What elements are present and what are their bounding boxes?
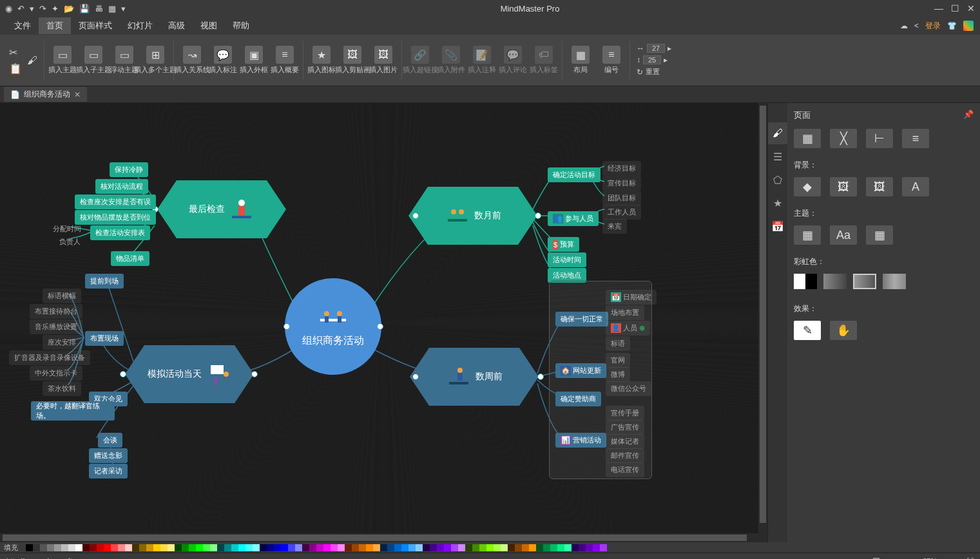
close-tab-icon[interactable]: ✕ bbox=[74, 90, 81, 99]
node-item[interactable]: 确定赞助商 bbox=[555, 392, 601, 406]
reset-icon[interactable]: ↻ bbox=[637, 68, 643, 77]
image-button[interactable]: 🖼插入图片 bbox=[368, 44, 399, 76]
menu-view[interactable]: 视图 bbox=[193, 17, 225, 34]
layout-button[interactable]: ▦布局 bbox=[565, 44, 596, 76]
node-item[interactable]: 👤 人员 ⊕ bbox=[606, 321, 650, 336]
node-item[interactable]: 活动时间 bbox=[548, 252, 586, 267]
panel-tab-outline[interactable]: ☰ bbox=[768, 146, 787, 167]
color-swatch[interactable] bbox=[366, 544, 373, 551]
color-swatch[interactable] bbox=[416, 544, 423, 551]
node-item[interactable]: 记者采访 bbox=[89, 464, 128, 478]
redo-icon[interactable]: ↷ bbox=[39, 4, 46, 14]
stepper-icon[interactable]: ▸ bbox=[664, 55, 668, 64]
cut-icon[interactable]: ✂ bbox=[9, 46, 22, 59]
color-swatch[interactable] bbox=[437, 544, 444, 551]
export-icon[interactable]: ▦ bbox=[108, 4, 116, 14]
color-swatch[interactable] bbox=[430, 544, 437, 551]
color-swatch[interactable] bbox=[274, 544, 281, 551]
color-swatch[interactable] bbox=[146, 544, 153, 551]
node-item[interactable]: 座次安排 bbox=[43, 335, 81, 350]
color-swatch[interactable] bbox=[359, 544, 366, 551]
color-swatch[interactable] bbox=[380, 544, 387, 551]
color-swatch[interactable] bbox=[536, 544, 543, 551]
numbering-button[interactable]: ≡编号 bbox=[596, 44, 627, 76]
layout-style-2[interactable]: ╳ bbox=[830, 129, 857, 148]
panel-tab-format[interactable]: 🖌 bbox=[768, 122, 787, 144]
copy-icon[interactable]: 📋 bbox=[9, 62, 22, 75]
color-swatch[interactable] bbox=[189, 544, 196, 551]
node-item[interactable]: 扩音器及录音录像设备 bbox=[9, 350, 90, 365]
multiple-topics-button[interactable]: ⊞插入多个主题 bbox=[140, 44, 171, 76]
bg-watermark[interactable]: A bbox=[902, 177, 929, 196]
format-painter-icon[interactable]: 🖌 bbox=[27, 55, 37, 66]
insert-topic-button[interactable]: ▭插入主题 bbox=[47, 44, 78, 76]
color-swatch[interactable] bbox=[104, 544, 111, 551]
collapse-dot[interactable] bbox=[377, 323, 383, 330]
color-swatch[interactable] bbox=[160, 544, 168, 551]
color-swatch[interactable] bbox=[494, 544, 501, 551]
insert-subtopic-button[interactable]: ▭插入子主题 bbox=[78, 44, 109, 76]
node-item[interactable]: 确保一切正常 bbox=[555, 312, 608, 327]
color-swatch[interactable] bbox=[47, 544, 54, 551]
topleft-main[interactable]: 最后检查 bbox=[157, 180, 286, 238]
node-item[interactable]: 微信公众号 bbox=[606, 381, 651, 396]
color-swatch[interactable] bbox=[543, 544, 550, 551]
height-input[interactable] bbox=[643, 55, 661, 64]
status-url[interactable]: http://www.edrawsoft.cn bbox=[6, 557, 81, 560]
color-swatch[interactable] bbox=[309, 544, 316, 551]
fit-page-icon[interactable]: ▾ bbox=[942, 556, 946, 559]
effect-pen[interactable]: ✎ bbox=[794, 321, 821, 340]
color-swatch[interactable] bbox=[522, 544, 529, 551]
node-item[interactable]: 邮件宣传 bbox=[606, 448, 644, 463]
node-item[interactable]: 检查座次安排是否有误 bbox=[75, 194, 156, 209]
relationship-button[interactable]: ↝插入关系线 bbox=[177, 44, 207, 76]
color-swatch[interactable] bbox=[210, 544, 217, 551]
node-item[interactable]: 提前到场 bbox=[85, 274, 124, 289]
botleft-main[interactable]: 模拟活动当天 bbox=[125, 345, 254, 403]
node-item[interactable]: 媒体记者 bbox=[606, 434, 644, 449]
color-swatch[interactable] bbox=[97, 544, 104, 551]
color-swatch[interactable] bbox=[550, 544, 557, 551]
color-swatch[interactable] bbox=[593, 544, 600, 551]
color-swatch[interactable] bbox=[515, 544, 522, 551]
color-swatch[interactable] bbox=[90, 544, 97, 551]
bg-color[interactable]: ◆ bbox=[794, 177, 821, 196]
color-swatch[interactable] bbox=[295, 544, 302, 551]
node-item[interactable]: 微博 bbox=[606, 367, 630, 382]
boundary-button[interactable]: ▣插入外框 bbox=[238, 44, 269, 76]
color-swatch[interactable] bbox=[260, 544, 267, 551]
menu-help[interactable]: 帮助 bbox=[225, 17, 257, 34]
color-swatch[interactable] bbox=[224, 544, 231, 551]
theme-color[interactable]: ▦ bbox=[866, 225, 893, 245]
panel-tab-shape[interactable]: ⬠ bbox=[768, 169, 787, 191]
layout-style-4[interactable]: ≡ bbox=[902, 129, 929, 148]
color-swatch[interactable] bbox=[33, 544, 40, 551]
color-swatch[interactable] bbox=[217, 544, 224, 551]
node-item[interactable]: 场地布置 bbox=[606, 305, 644, 320]
node-item[interactable]: 布置接待前台 bbox=[30, 304, 82, 319]
node-item[interactable]: 🏠 网站更新 bbox=[555, 363, 606, 378]
node-item[interactable]: 保持冷静 bbox=[110, 162, 148, 177]
close-icon[interactable]: ✕ bbox=[967, 3, 975, 14]
color-swatch[interactable] bbox=[508, 544, 515, 551]
rainbow-swatch[interactable] bbox=[853, 274, 876, 289]
node-item[interactable]: 负责人 bbox=[54, 234, 86, 249]
color-swatch[interactable] bbox=[323, 544, 331, 551]
collapse-dot[interactable] bbox=[412, 213, 419, 219]
color-swatch[interactable] bbox=[231, 544, 238, 551]
color-swatch[interactable] bbox=[267, 544, 274, 551]
collapse-dot[interactable] bbox=[251, 371, 258, 377]
node-item[interactable]: $ 预算 bbox=[548, 237, 579, 252]
new-icon[interactable]: ✦ bbox=[52, 4, 59, 14]
stepper-icon[interactable]: ▸ bbox=[668, 44, 671, 53]
menu-advanced[interactable]: 高级 bbox=[160, 17, 193, 34]
color-swatch[interactable] bbox=[316, 544, 323, 551]
cloud-icon[interactable]: ☁ bbox=[900, 21, 908, 30]
botright-main[interactable]: 数周前 bbox=[410, 348, 539, 406]
menu-home[interactable]: 首页 bbox=[39, 17, 71, 34]
color-swatch[interactable] bbox=[572, 544, 579, 551]
menu-page-format[interactable]: 页面样式 bbox=[71, 17, 120, 34]
rainbow-swatch[interactable] bbox=[883, 274, 906, 289]
view-mode-1-icon[interactable]: ▫ bbox=[951, 557, 954, 560]
topright-main[interactable]: 数月前 bbox=[408, 187, 537, 245]
